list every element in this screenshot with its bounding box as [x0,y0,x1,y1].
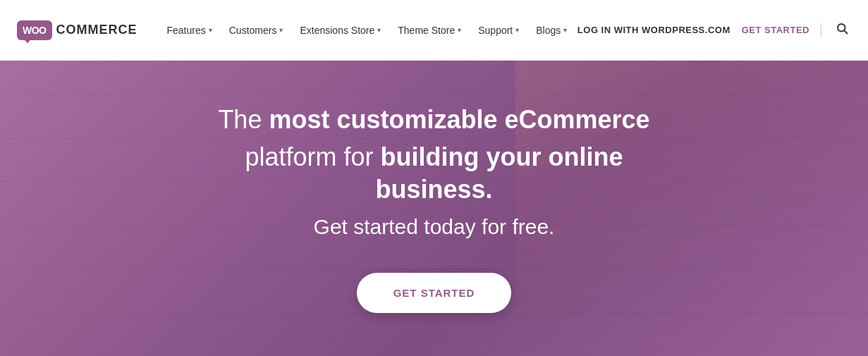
nav-features[interactable]: Features ▾ [160,19,219,42]
hero-section: The most customizable eCommerce platform… [0,61,868,356]
woo-logo: WOO [17,20,52,40]
hero-content: The most customizable eCommerce platform… [188,104,681,313]
login-button[interactable]: LOG IN WITH WORDPRESS.COM [577,25,731,35]
chevron-down-icon: ▾ [377,26,381,34]
svg-line-1 [844,30,847,33]
chevron-down-icon: ▾ [209,26,212,34]
nav-blogs[interactable]: Blogs ▾ [529,19,574,42]
site-header: WOO COMMERCE Features ▾ Customers ▾ Exte… [0,0,868,61]
chevron-down-icon: ▾ [458,26,461,34]
chevron-down-icon: ▾ [563,26,567,34]
main-nav: Features ▾ Customers ▾ Extensions Store … [160,19,577,42]
nav-theme-store[interactable]: Theme Store ▾ [391,19,468,42]
chevron-down-icon: ▾ [515,26,519,34]
nav-extensions-store[interactable]: Extensions Store ▾ [293,19,388,42]
commerce-logo: COMMERCE [56,23,137,37]
header-right: LOG IN WITH WORDPRESS.COM GET STARTED [577,19,851,41]
logo[interactable]: WOO COMMERCE [17,20,137,40]
hero-line-1: The most customizable eCommerce [202,104,667,137]
nav-support[interactable]: Support ▾ [471,19,526,42]
chevron-down-icon: ▾ [279,26,283,34]
header-get-started-button[interactable]: GET STARTED [742,25,809,35]
vertical-divider [821,23,821,37]
search-icon[interactable] [833,19,851,41]
hero-get-started-button[interactable]: GET STARTED [357,273,512,313]
nav-customers[interactable]: Customers ▾ [222,19,291,42]
hero-line-2: platform for building your online busine… [202,141,667,207]
hero-line-3: Get started today for free. [202,212,667,242]
